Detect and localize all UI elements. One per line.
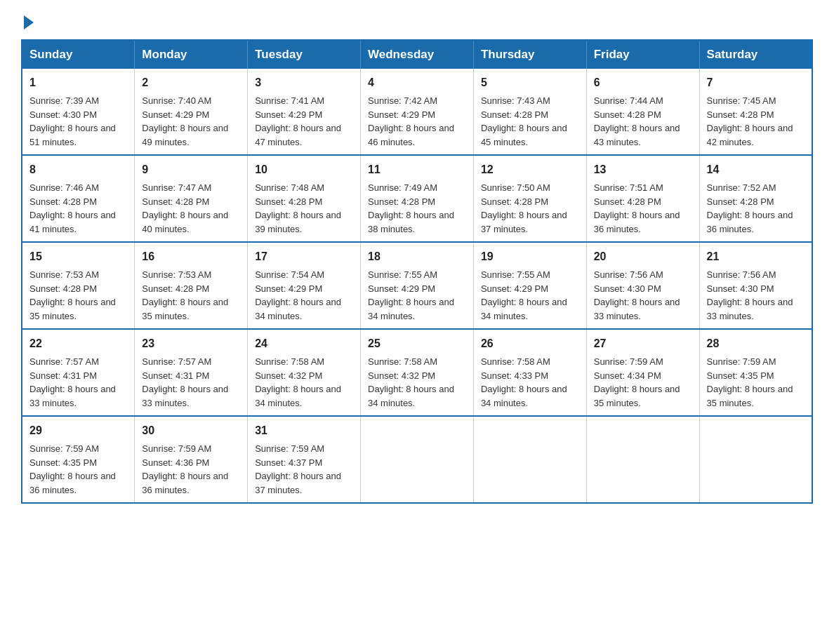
day-info: Sunrise: 7:59 AM Sunset: 4:35 PM Dayligh…	[707, 355, 805, 410]
calendar-cell	[699, 416, 812, 503]
calendar-cell	[586, 416, 699, 503]
day-info: Sunrise: 7:58 AM Sunset: 4:32 PM Dayligh…	[255, 355, 353, 410]
calendar-cell: 12 Sunrise: 7:50 AM Sunset: 4:28 PM Dayl…	[473, 155, 586, 242]
day-info: Sunrise: 7:55 AM Sunset: 4:29 PM Dayligh…	[481, 268, 579, 323]
day-header-tuesday: Tuesday	[248, 40, 361, 69]
day-header-thursday: Thursday	[473, 40, 586, 69]
logo-arrow-icon	[24, 15, 34, 29]
day-info: Sunrise: 7:58 AM Sunset: 4:33 PM Dayligh…	[481, 355, 579, 410]
day-info: Sunrise: 7:57 AM Sunset: 4:31 PM Dayligh…	[142, 355, 240, 410]
day-number: 1	[29, 74, 127, 91]
day-info: Sunrise: 7:56 AM Sunset: 4:30 PM Dayligh…	[707, 268, 805, 323]
day-header-friday: Friday	[586, 40, 699, 69]
day-number: 13	[594, 161, 692, 178]
week-row-5: 29 Sunrise: 7:59 AM Sunset: 4:35 PM Dayl…	[22, 416, 812, 503]
day-info: Sunrise: 7:59 AM Sunset: 4:35 PM Dayligh…	[29, 442, 127, 497]
week-row-1: 1 Sunrise: 7:39 AM Sunset: 4:30 PM Dayli…	[22, 69, 812, 155]
day-number: 20	[594, 248, 692, 265]
calendar-table: SundayMondayTuesdayWednesdayThursdayFrid…	[21, 39, 813, 504]
day-info: Sunrise: 7:49 AM Sunset: 4:28 PM Dayligh…	[368, 181, 466, 236]
calendar-cell: 21 Sunrise: 7:56 AM Sunset: 4:30 PM Dayl…	[699, 242, 812, 329]
day-number: 12	[481, 161, 579, 178]
day-number: 17	[255, 248, 353, 265]
day-info: Sunrise: 7:56 AM Sunset: 4:30 PM Dayligh…	[594, 268, 692, 323]
day-number: 30	[142, 422, 240, 439]
calendar-cell: 29 Sunrise: 7:59 AM Sunset: 4:35 PM Dayl…	[22, 416, 135, 503]
day-info: Sunrise: 7:51 AM Sunset: 4:28 PM Dayligh…	[594, 181, 692, 236]
day-info: Sunrise: 7:42 AM Sunset: 4:29 PM Dayligh…	[368, 94, 466, 149]
day-info: Sunrise: 7:41 AM Sunset: 4:29 PM Dayligh…	[255, 94, 353, 149]
calendar-cell	[473, 416, 586, 503]
day-info: Sunrise: 7:39 AM Sunset: 4:30 PM Dayligh…	[29, 94, 127, 149]
day-header-saturday: Saturday	[699, 40, 812, 69]
day-header-monday: Monday	[135, 40, 248, 69]
day-number: 8	[29, 161, 127, 178]
calendar-cell: 11 Sunrise: 7:49 AM Sunset: 4:28 PM Dayl…	[361, 155, 474, 242]
day-number: 3	[255, 74, 353, 91]
day-header-sunday: Sunday	[22, 40, 135, 69]
calendar-cell: 27 Sunrise: 7:59 AM Sunset: 4:34 PM Dayl…	[586, 329, 699, 416]
day-number: 25	[368, 335, 466, 352]
day-info: Sunrise: 7:54 AM Sunset: 4:29 PM Dayligh…	[255, 268, 353, 323]
calendar-cell: 18 Sunrise: 7:55 AM Sunset: 4:29 PM Dayl…	[361, 242, 474, 329]
week-row-2: 8 Sunrise: 7:46 AM Sunset: 4:28 PM Dayli…	[22, 155, 812, 242]
calendar-cell: 16 Sunrise: 7:53 AM Sunset: 4:28 PM Dayl…	[135, 242, 248, 329]
calendar-cell: 31 Sunrise: 7:59 AM Sunset: 4:37 PM Dayl…	[248, 416, 361, 503]
calendar-cell: 15 Sunrise: 7:53 AM Sunset: 4:28 PM Dayl…	[22, 242, 135, 329]
day-number: 31	[255, 422, 353, 439]
calendar-cell: 26 Sunrise: 7:58 AM Sunset: 4:33 PM Dayl…	[473, 329, 586, 416]
calendar-cell: 24 Sunrise: 7:58 AM Sunset: 4:32 PM Dayl…	[248, 329, 361, 416]
calendar-cell: 7 Sunrise: 7:45 AM Sunset: 4:28 PM Dayli…	[699, 69, 812, 155]
calendar-cell: 20 Sunrise: 7:56 AM Sunset: 4:30 PM Dayl…	[586, 242, 699, 329]
day-number: 11	[368, 161, 466, 178]
calendar-cell: 25 Sunrise: 7:58 AM Sunset: 4:32 PM Dayl…	[361, 329, 474, 416]
day-info: Sunrise: 7:53 AM Sunset: 4:28 PM Dayligh…	[29, 268, 127, 323]
calendar-cell: 9 Sunrise: 7:47 AM Sunset: 4:28 PM Dayli…	[135, 155, 248, 242]
day-info: Sunrise: 7:43 AM Sunset: 4:28 PM Dayligh…	[481, 94, 579, 149]
logo	[21, 14, 34, 27]
calendar-cell: 1 Sunrise: 7:39 AM Sunset: 4:30 PM Dayli…	[22, 69, 135, 155]
day-number: 10	[255, 161, 353, 178]
day-info: Sunrise: 7:47 AM Sunset: 4:28 PM Dayligh…	[142, 181, 240, 236]
day-info: Sunrise: 7:59 AM Sunset: 4:34 PM Dayligh…	[594, 355, 692, 410]
day-info: Sunrise: 7:53 AM Sunset: 4:28 PM Dayligh…	[142, 268, 240, 323]
calendar-cell	[361, 416, 474, 503]
calendar-cell: 3 Sunrise: 7:41 AM Sunset: 4:29 PM Dayli…	[248, 69, 361, 155]
day-info: Sunrise: 7:52 AM Sunset: 4:28 PM Dayligh…	[707, 181, 805, 236]
day-number: 23	[142, 335, 240, 352]
calendar-cell: 2 Sunrise: 7:40 AM Sunset: 4:29 PM Dayli…	[135, 69, 248, 155]
day-number: 21	[707, 248, 805, 265]
page-header	[21, 14, 813, 27]
day-info: Sunrise: 7:57 AM Sunset: 4:31 PM Dayligh…	[29, 355, 127, 410]
week-row-3: 15 Sunrise: 7:53 AM Sunset: 4:28 PM Dayl…	[22, 242, 812, 329]
day-number: 28	[707, 335, 805, 352]
day-header-wednesday: Wednesday	[361, 40, 474, 69]
day-number: 16	[142, 248, 240, 265]
day-number: 26	[481, 335, 579, 352]
calendar-cell: 5 Sunrise: 7:43 AM Sunset: 4:28 PM Dayli…	[473, 69, 586, 155]
day-info: Sunrise: 7:48 AM Sunset: 4:28 PM Dayligh…	[255, 181, 353, 236]
day-number: 29	[29, 422, 127, 439]
day-number: 9	[142, 161, 240, 178]
day-number: 22	[29, 335, 127, 352]
day-number: 14	[707, 161, 805, 178]
calendar-cell: 22 Sunrise: 7:57 AM Sunset: 4:31 PM Dayl…	[22, 329, 135, 416]
calendar-cell: 4 Sunrise: 7:42 AM Sunset: 4:29 PM Dayli…	[361, 69, 474, 155]
calendar-cell: 19 Sunrise: 7:55 AM Sunset: 4:29 PM Dayl…	[473, 242, 586, 329]
day-number: 5	[481, 74, 579, 91]
calendar-cell: 23 Sunrise: 7:57 AM Sunset: 4:31 PM Dayl…	[135, 329, 248, 416]
day-number: 7	[707, 74, 805, 91]
day-number: 19	[481, 248, 579, 265]
day-number: 15	[29, 248, 127, 265]
day-info: Sunrise: 7:46 AM Sunset: 4:28 PM Dayligh…	[29, 181, 127, 236]
calendar-cell: 28 Sunrise: 7:59 AM Sunset: 4:35 PM Dayl…	[699, 329, 812, 416]
calendar-cell: 6 Sunrise: 7:44 AM Sunset: 4:28 PM Dayli…	[586, 69, 699, 155]
calendar-cell: 8 Sunrise: 7:46 AM Sunset: 4:28 PM Dayli…	[22, 155, 135, 242]
calendar-cell: 30 Sunrise: 7:59 AM Sunset: 4:36 PM Dayl…	[135, 416, 248, 503]
day-info: Sunrise: 7:59 AM Sunset: 4:36 PM Dayligh…	[142, 442, 240, 497]
calendar-header-row: SundayMondayTuesdayWednesdayThursdayFrid…	[22, 40, 812, 69]
day-info: Sunrise: 7:44 AM Sunset: 4:28 PM Dayligh…	[594, 94, 692, 149]
day-number: 27	[594, 335, 692, 352]
day-number: 18	[368, 248, 466, 265]
calendar-cell: 10 Sunrise: 7:48 AM Sunset: 4:28 PM Dayl…	[248, 155, 361, 242]
